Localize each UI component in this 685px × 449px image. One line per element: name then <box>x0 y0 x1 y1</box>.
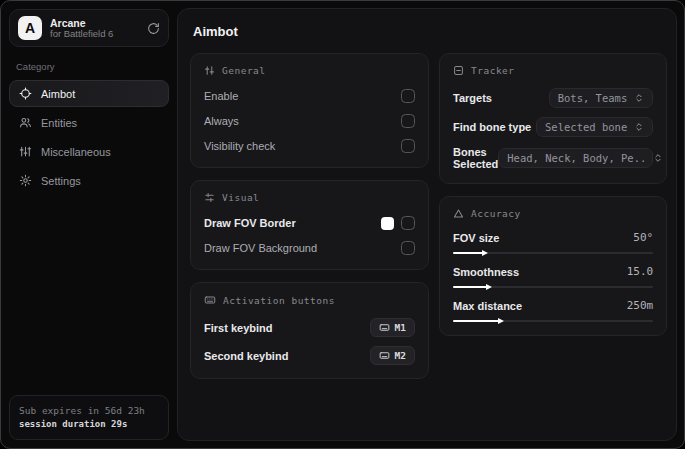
setting-label: Visibility check <box>204 140 275 152</box>
crosshair-icon <box>19 87 32 100</box>
activation-panel: Activation buttons First keybind M1 <box>190 282 429 379</box>
setting-label: Always <box>204 115 239 127</box>
setting-label: First keybind <box>204 322 272 334</box>
chevrons-up-down-icon <box>653 153 663 163</box>
setting-row-draw-fov-background: Draw FOV Background <box>204 240 415 256</box>
activation-panel-header: Activation buttons <box>204 294 415 306</box>
tracker-panel-header: Tracker <box>453 65 653 76</box>
visual-panel-header: Visual <box>204 192 415 203</box>
enable-checkbox[interactable] <box>401 89 415 103</box>
max-distance-slider[interactable] <box>453 320 653 322</box>
fov-size-slider[interactable] <box>453 252 653 254</box>
visual-panel: Visual Draw FOV Border Draw FOV Backgrou… <box>190 180 429 270</box>
select-value: Bots, Teams <box>558 92 628 104</box>
app-subtitle: for Battlefield 6 <box>50 29 139 40</box>
main-content: Aimbot General Enable <box>177 8 677 441</box>
visibility-check-checkbox[interactable] <box>401 139 415 153</box>
bones-selected-select[interactable]: Head, Neck, Body, Pe.. <box>498 148 653 168</box>
brand-card: A Arcane for Battlefield 6 <box>9 9 169 47</box>
sidebar-item-miscellaneous[interactable]: Miscellaneous <box>9 138 169 165</box>
panel-columns: General Enable Always Visibility check <box>190 53 664 391</box>
setting-label: Max distance <box>453 300 522 312</box>
brand-text: Arcane for Battlefield 6 <box>50 17 139 40</box>
category-label: Category <box>16 61 169 72</box>
keyboard-icon <box>379 350 390 361</box>
sliders-horizontal-icon <box>204 192 215 203</box>
sliders-icon <box>204 65 215 76</box>
keyboard-icon <box>379 322 390 333</box>
setting-row-first-keybind: First keybind M1 <box>204 318 415 337</box>
setting-row-find-bone-type: Find bone type Selected bone <box>453 117 653 137</box>
slider-fill <box>453 286 487 288</box>
triangle-icon <box>453 208 464 219</box>
setting-label: Bones Selected <box>453 146 498 170</box>
sidebar-item-aimbot[interactable]: Aimbot <box>9 80 169 107</box>
setting-label: Draw FOV Background <box>204 242 317 254</box>
keybind-value: M1 <box>395 322 406 333</box>
sidebar-item-label: Entities <box>41 117 77 129</box>
setting-label: Draw FOV Border <box>204 217 296 229</box>
setting-label: Enable <box>204 90 238 102</box>
sidebar-item-settings[interactable]: Settings <box>9 167 169 194</box>
chevrons-up-down-icon <box>634 122 644 132</box>
setting-row-max-distance: Max distance 250m <box>453 299 653 322</box>
setting-row-bones-selected: Bones Selected Head, Neck, Body, Pe.. <box>453 146 653 170</box>
select-value: Head, Neck, Body, Pe.. <box>507 152 646 164</box>
setting-label: FOV size <box>453 232 499 244</box>
accuracy-panel: Accuracy FOV size 50° Smoothness <box>439 196 667 336</box>
select-value: Selected bone <box>545 121 627 133</box>
setting-row-enable: Enable <box>204 88 415 104</box>
app-window: A Arcane for Battlefield 6 Category Aimb… <box>0 0 685 449</box>
panel-title: Tracker <box>471 65 515 76</box>
setting-label: Targets <box>453 92 492 104</box>
setting-row-smoothness: Smoothness 15.0 <box>453 265 653 288</box>
page-title: Aimbot <box>193 24 664 39</box>
draw-fov-background-checkbox[interactable] <box>401 241 415 255</box>
general-panel-header: General <box>204 65 415 76</box>
sidebar: A Arcane for Battlefield 6 Category Aimb… <box>1 1 177 448</box>
session-duration-text: session duration 29s <box>19 418 159 431</box>
draw-fov-border-checkbox[interactable] <box>401 216 415 230</box>
max-distance-value: 250m <box>627 299 654 312</box>
chevrons-up-down-icon <box>634 93 644 103</box>
fov-size-value: 50° <box>633 231 653 244</box>
targets-select[interactable]: Bots, Teams <box>549 88 654 108</box>
fov-border-color-swatch[interactable] <box>381 217 394 230</box>
smoothness-slider[interactable] <box>453 286 653 288</box>
smoothness-value: 15.0 <box>627 265 654 278</box>
setting-label: Second keybind <box>204 350 288 362</box>
tracker-panel: Tracker Targets Bots, Teams <box>439 53 667 184</box>
second-keybind-button[interactable]: M2 <box>370 346 415 365</box>
keybind-value: M2 <box>395 350 406 361</box>
sidebar-spacer <box>9 196 169 395</box>
setting-row-second-keybind: Second keybind M2 <box>204 346 415 365</box>
setting-row-draw-fov-border: Draw FOV Border <box>204 215 415 231</box>
square-minus-icon <box>453 65 464 76</box>
users-icon <box>19 116 32 129</box>
always-checkbox[interactable] <box>401 114 415 128</box>
sidebar-item-label: Aimbot <box>41 88 75 100</box>
find-bone-type-select[interactable]: Selected bone <box>536 117 653 137</box>
setting-row-always: Always <box>204 113 415 129</box>
slider-fill <box>453 252 483 254</box>
panel-title: Activation buttons <box>223 295 335 306</box>
slider-fill <box>453 320 499 322</box>
right-column: Tracker Targets Bots, Teams <box>439 53 667 348</box>
refresh-icon[interactable] <box>147 22 160 35</box>
subscription-card: Sub expires in 56d 23h session duration … <box>9 395 169 440</box>
sliders-vertical-icon <box>19 145 32 158</box>
setting-row-fov-size: FOV size 50° <box>453 231 653 254</box>
gear-icon <box>19 174 32 187</box>
accuracy-panel-header: Accuracy <box>453 208 653 219</box>
setting-label: Find bone type <box>453 121 531 133</box>
app-name: Arcane <box>50 17 139 29</box>
setting-label: Smoothness <box>453 266 519 278</box>
sidebar-item-label: Miscellaneous <box>41 146 111 158</box>
panel-title: General <box>222 65 266 76</box>
general-panel: General Enable Always Visibility check <box>190 53 429 168</box>
first-keybind-button[interactable]: M1 <box>370 318 415 337</box>
sidebar-item-entities[interactable]: Entities <box>9 109 169 136</box>
setting-row-targets: Targets Bots, Teams <box>453 88 653 108</box>
app-logo: A <box>18 16 42 40</box>
left-column: General Enable Always Visibility check <box>190 53 429 391</box>
